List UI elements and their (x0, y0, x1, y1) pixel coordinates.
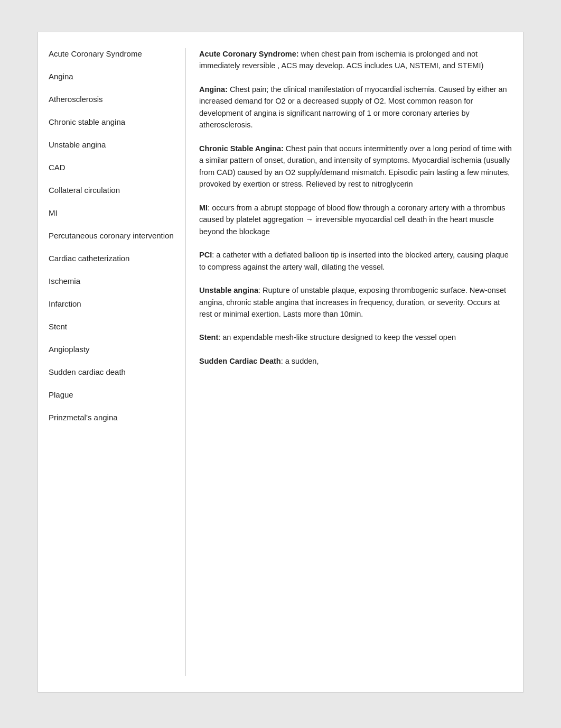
left-term-7: MI (49, 207, 175, 218)
definition-block-3: MI: occurs from a abrupt stoppage of blo… (199, 202, 512, 237)
left-term-10: Ischemia (49, 275, 175, 287)
definition-body-1: Chest pain; the clinical manifestation o… (199, 85, 507, 129)
left-term-15: Plague (49, 389, 175, 400)
definition-body-3: : occurs from a abrupt stoppage of blood… (199, 204, 506, 236)
definition-term-0: Acute Coronary Syndrome: (199, 50, 299, 58)
left-term-14: Sudden cardiac death (49, 366, 175, 377)
definition-block-4: PCI: a catheter with a deflated balloon … (199, 249, 512, 273)
definition-term-5: Unstable angina (199, 286, 258, 294)
definition-term-4: PCI (199, 251, 212, 259)
definition-block-7: Sudden Cardiac Death: a sudden, (199, 355, 512, 367)
left-term-9: Cardiac catheterization (49, 253, 175, 264)
definition-block-2: Chronic Stable Angina: Chest pain that o… (199, 143, 512, 190)
left-term-5: CAD (49, 162, 175, 173)
right-column: Acute Coronary Syndrome: when chest pain… (186, 48, 512, 676)
definition-block-0: Acute Coronary Syndrome: when chest pain… (199, 48, 512, 72)
definition-term-7: Sudden Cardiac Death (199, 357, 281, 365)
left-term-8: Percutaneous coronary intervention (49, 230, 175, 241)
definition-term-3: MI (199, 204, 208, 212)
main-card: Acute Coronary SyndromeAnginaAtheroscler… (38, 32, 523, 693)
left-column: Acute Coronary SyndromeAnginaAtheroscler… (49, 48, 186, 676)
left-term-1: Angina (49, 71, 175, 82)
definition-block-5: Unstable angina: Rupture of unstable pla… (199, 284, 512, 320)
left-term-11: Infarction (49, 298, 175, 309)
definition-block-6: Stent: an expendable mesh-like structure… (199, 331, 512, 343)
left-term-2: Atherosclerosis (49, 94, 175, 105)
definition-term-2: Chronic Stable Angina: (199, 144, 284, 153)
definition-body-4: : a catheter with a deflated balloon tip… (199, 251, 509, 271)
definition-body-7: : a sudden, (281, 357, 319, 365)
left-term-12: Stent (49, 321, 175, 332)
left-term-0: Acute Coronary Syndrome (49, 48, 175, 59)
left-term-4: Unstable angina (49, 139, 175, 150)
definition-body-6: : an expendable mesh-like structure desi… (218, 333, 456, 342)
definition-term-1: Angina: (199, 85, 228, 94)
left-term-3: Chronic stable angina (49, 116, 175, 127)
left-term-6: Collateral circulation (49, 185, 175, 196)
left-term-16: Prinzmetal’s angina (49, 412, 175, 423)
definition-term-6: Stent (199, 333, 218, 342)
definition-block-1: Angina: Chest pain; the clinical manifes… (199, 84, 512, 131)
left-term-13: Angioplasty (49, 344, 175, 355)
